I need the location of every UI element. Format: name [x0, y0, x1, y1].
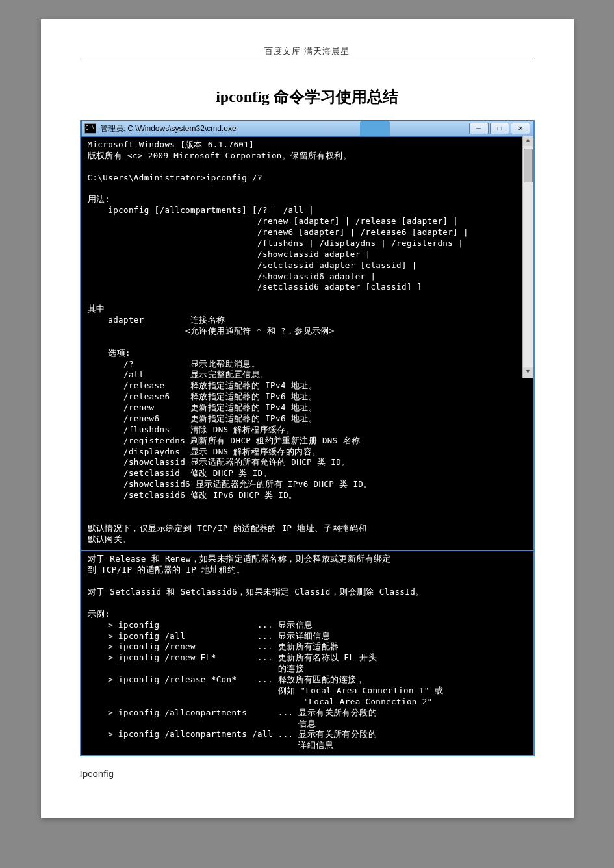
console-text-bottom: 对于 Release 和 Renew，如果未指定适配器名称，则会释放或更新所有绑… [88, 554, 530, 751]
scroll-thumb[interactable] [524, 149, 533, 182]
cmd-window: C:\ 管理员: C:\Windows\system32\cmd.exe ─ □… [80, 120, 535, 551]
scroll-down-arrow[interactable]: ▼ [523, 367, 533, 378]
minimize-button[interactable]: ─ [469, 123, 489, 134]
vertical-scrollbar[interactable]: ▲ ▼ [522, 136, 533, 378]
console-body-top: Microsoft Windows [版本 6.1.7601] 版权所有 <c>… [81, 137, 533, 547]
document-title: ipconfig 命令学习使用总结 [80, 86, 535, 107]
console-text-top: Microsoft Windows [版本 6.1.7601] 版权所有 <c>… [88, 140, 530, 545]
close-button[interactable]: ✕ [511, 123, 530, 134]
scroll-up-arrow[interactable]: ▲ [523, 136, 533, 146]
titlebar-tab [360, 121, 390, 136]
header-rule [80, 60, 535, 60]
footer-text: Ipconfig [80, 768, 535, 779]
window-titlebar: C:\ 管理员: C:\Windows\system32\cmd.exe ─ □… [81, 120, 533, 137]
page-header: 百度文库 满天海晨星 [80, 45, 535, 57]
maximize-button[interactable]: □ [490, 123, 509, 134]
console-body-bottom: 对于 Release 和 Renew，如果未指定适配器名称，则会释放或更新所有绑… [80, 551, 535, 756]
window-caption: 管理员: C:\Windows\system32\cmd.exe [100, 123, 237, 134]
document-page: 百度文库 满天海晨星 ipconfig 命令学习使用总结 C:\ 管理员: C:… [41, 19, 574, 818]
cmd-icon: C:\ [84, 123, 96, 134]
